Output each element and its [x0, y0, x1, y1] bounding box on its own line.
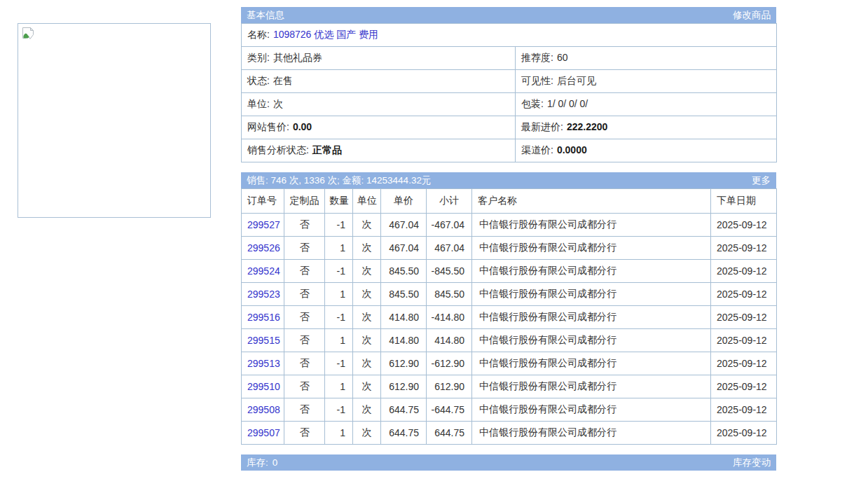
- order-link[interactable]: 299523: [247, 289, 280, 300]
- info-value: 次: [273, 98, 283, 109]
- cell-subtotal: -467.04: [427, 214, 472, 237]
- order-link[interactable]: 299508: [247, 404, 280, 415]
- broken-image-icon: [21, 27, 35, 41]
- cell-subtotal: 414.80: [427, 329, 472, 352]
- cell-order-no: 299527: [242, 214, 284, 237]
- name-cell: 名称:1098726 优选 国产 费用: [242, 24, 777, 47]
- info-label: 包装:: [521, 98, 544, 109]
- info-cell: 最新进价:222.2200: [516, 116, 777, 139]
- cell-subtotal: 467.04: [427, 237, 472, 260]
- table-row: 299526否1次467.04467.04中信银行股份有限公司成都分行2025-…: [242, 237, 777, 260]
- cell-unit: 次: [353, 306, 381, 329]
- info-value: 在售: [273, 75, 293, 86]
- table-row: 299513否-1次612.90-612.90中信银行股份有限公司成都分行202…: [242, 352, 777, 375]
- name-row: 名称:1098726 优选 国产 费用: [242, 24, 777, 47]
- info-label: 最新进价:: [521, 121, 563, 132]
- cell-order-no: 299510: [242, 375, 284, 398]
- product-name-link[interactable]: 1098726 优选 国产 费用: [273, 29, 378, 40]
- cell-unit-price: 845.50: [381, 260, 427, 283]
- cell-order-date: 2025-09-12: [711, 214, 777, 237]
- cell-custom-item: 否: [284, 260, 325, 283]
- cell-custom-item: 否: [284, 422, 325, 445]
- table-row: 299508否-1次644.75-644.75中信银行股份有限公司成都分行202…: [242, 398, 777, 422]
- order-link[interactable]: 299510: [247, 381, 280, 392]
- table-row: 299523否1次845.50845.50中信银行股份有限公司成都分行2025-…: [242, 283, 777, 306]
- cell-custom-item: 否: [284, 283, 325, 306]
- cell-unit: 次: [353, 352, 381, 375]
- order-link[interactable]: 299513: [247, 358, 280, 369]
- order-link[interactable]: 299527: [247, 219, 280, 230]
- cell-order-date: 2025-09-12: [711, 237, 777, 260]
- basic-info-title: 基本信息: [247, 7, 284, 23]
- cell-customer-name: 中信银行股份有限公司成都分行: [472, 375, 711, 398]
- info-label: 推荐度:: [521, 52, 553, 63]
- cell-order-date: 2025-09-12: [711, 283, 777, 306]
- info-value: 其他礼品券: [273, 52, 322, 63]
- info-cell: 类别:其他礼品券: [242, 47, 516, 70]
- info-value: 222.2200: [567, 121, 607, 132]
- order-link[interactable]: 299516: [247, 312, 280, 323]
- info-row: 类别:其他礼品券推荐度:60: [242, 47, 777, 70]
- order-link[interactable]: 299526: [247, 242, 280, 254]
- info-value: 后台可见: [557, 75, 596, 86]
- cell-unit: 次: [353, 398, 381, 422]
- cell-custom-item: 否: [284, 375, 325, 398]
- cell-custom-item: 否: [284, 214, 325, 237]
- table-row: 299507否1次644.75644.75中信银行股份有限公司成都分行2025-…: [242, 422, 777, 445]
- table-row: 299524否-1次845.50-845.50中信银行股份有限公司成都分行202…: [242, 260, 777, 283]
- name-label: 名称:: [247, 29, 270, 40]
- sales-table-body: 299527否-1次467.04-467.04中信银行股份有限公司成都分行202…: [242, 214, 777, 445]
- cell-quantity: 1: [325, 422, 353, 445]
- cell-quantity: 1: [325, 375, 353, 398]
- column-header: 数量: [325, 189, 353, 214]
- cell-unit: 次: [353, 375, 381, 398]
- inventory-value: 0: [273, 454, 278, 471]
- info-cell: 销售分析状态:正常品: [242, 139, 516, 162]
- cell-order-date: 2025-09-12: [711, 260, 777, 283]
- inventory-change-link[interactable]: 库存变动: [733, 454, 771, 471]
- cell-subtotal: -612.90: [427, 352, 472, 375]
- more-link[interactable]: 更多: [752, 172, 771, 188]
- table-row: 299510否1次612.90612.90中信银行股份有限公司成都分行2025-…: [242, 375, 777, 398]
- table-row: 299516否-1次414.80-414.80中信银行股份有限公司成都分行202…: [242, 306, 777, 329]
- cell-customer-name: 中信银行股份有限公司成都分行: [472, 352, 711, 375]
- info-value: 正常品: [312, 144, 342, 155]
- cell-order-date: 2025-09-12: [711, 398, 777, 422]
- info-cell: 渠道价:0.0000: [516, 139, 777, 162]
- info-cell: 推荐度:60: [516, 47, 777, 70]
- cell-quantity: -1: [325, 352, 353, 375]
- sales-table-header-row: 订单号定制品数量单位单价小计客户名称下单日期: [242, 189, 777, 214]
- order-link[interactable]: 299507: [247, 427, 280, 438]
- cell-unit: 次: [353, 260, 381, 283]
- cell-subtotal: 845.50: [427, 283, 472, 306]
- cell-unit-price: 414.80: [381, 306, 427, 329]
- cell-order-no: 299513: [242, 352, 284, 375]
- cell-unit: 次: [353, 283, 381, 306]
- cell-unit: 次: [353, 329, 381, 352]
- cell-order-no: 299507: [242, 422, 284, 445]
- cell-subtotal: 644.75: [427, 422, 472, 445]
- info-cell: 网站售价:0.00: [242, 116, 516, 139]
- cell-quantity: -1: [325, 306, 353, 329]
- info-label: 状态:: [247, 75, 270, 86]
- info-row: 销售分析状态:正常品渠道价:0.0000: [242, 139, 777, 162]
- info-cell: 单位:次: [242, 93, 516, 116]
- cell-unit-price: 467.04: [381, 237, 427, 260]
- cell-order-date: 2025-09-12: [711, 329, 777, 352]
- info-cell: 包装:1/ 0/ 0/ 0/: [516, 93, 777, 116]
- cell-unit: 次: [353, 214, 381, 237]
- cell-order-no: 299515: [242, 329, 284, 352]
- edit-product-link[interactable]: 修改商品: [733, 7, 771, 23]
- info-label: 单位:: [247, 98, 270, 109]
- order-link[interactable]: 299524: [247, 265, 280, 277]
- cell-unit-price: 612.90: [381, 375, 427, 398]
- column-header: 单位: [353, 189, 381, 214]
- order-link[interactable]: 299515: [247, 335, 280, 346]
- cell-customer-name: 中信银行股份有限公司成都分行: [472, 422, 711, 445]
- info-row: 状态:在售可见性:后台可见: [242, 70, 777, 93]
- cell-order-date: 2025-09-12: [711, 306, 777, 329]
- product-image-box: [18, 23, 211, 218]
- cell-customer-name: 中信银行股份有限公司成都分行: [472, 306, 711, 329]
- cell-quantity: -1: [325, 260, 353, 283]
- inventory-bar: 库存: 0 库存变动: [241, 454, 776, 471]
